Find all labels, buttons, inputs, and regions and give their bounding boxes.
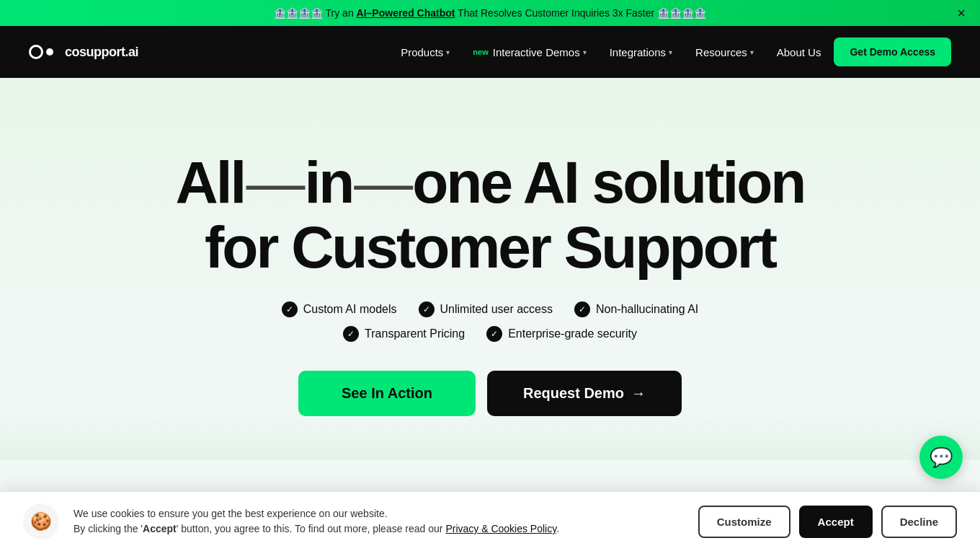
nav-products-link[interactable]: Products ▾ xyxy=(391,40,460,64)
hero-title-line2: for Customer Support xyxy=(205,214,775,280)
check-icon-5: ✓ xyxy=(486,326,502,342)
nav-resources-link[interactable]: Resources ▾ xyxy=(685,40,764,64)
cookie-line2-prefix: By clicking the ' xyxy=(74,523,143,534)
feature-custom-ai: ✓ Custom AI models xyxy=(282,301,397,317)
cookie-icon: 🍪 xyxy=(23,503,59,539)
request-demo-label: Request Demo xyxy=(523,385,624,402)
logo-circle-large xyxy=(29,45,43,59)
hero-title: All—in—one AI solution for Customer Supp… xyxy=(166,150,814,280)
banner-suffix: That Resolves Customer Inquiries 3x Fast… xyxy=(455,7,706,19)
customize-button[interactable]: Customize xyxy=(698,506,790,538)
demos-chevron-icon: ▾ xyxy=(583,48,587,56)
nav-integrations-label: Integrations xyxy=(610,46,666,58)
feature-security-label: Enterprise-grade security xyxy=(508,327,637,340)
feature-pricing-label: Transparent Pricing xyxy=(365,327,465,340)
cookie-line2-middle: ' button, you agree to this. To find out… xyxy=(177,523,446,534)
logo-icon xyxy=(29,42,58,62)
logo-support: support.ai xyxy=(79,45,138,59)
nav-products-label: Products xyxy=(401,46,443,58)
title-in: in xyxy=(304,149,352,215)
products-chevron-icon: ▾ xyxy=(446,48,450,56)
cookie-policy-link[interactable]: Privacy & Cookies Policy xyxy=(445,523,556,534)
top-banner: 🏦🏦🏦🏦 Try an AI–Powered Chatbot That Reso… xyxy=(0,0,980,26)
title-one: one AI solution xyxy=(412,149,804,215)
nav-about-label: About Us xyxy=(777,46,821,58)
features-row-2: ✓ Transparent Pricing ✓ Enterprise-grade… xyxy=(29,326,951,342)
nav-resources-label: Resources xyxy=(695,46,747,58)
hero-bottom-gradient xyxy=(0,416,980,459)
request-demo-button[interactable]: Request Demo → xyxy=(487,371,682,416)
nav-demos-label: Interactive Demos xyxy=(493,46,580,58)
cta-buttons: See In Action Request Demo → xyxy=(29,371,951,416)
resources-chevron-icon: ▾ xyxy=(750,48,754,56)
title-all: All xyxy=(176,149,245,215)
nav-item-products[interactable]: Products ▾ xyxy=(391,40,460,64)
logo-co: co xyxy=(65,45,79,59)
accept-button[interactable]: Accept xyxy=(799,506,873,538)
cookie-banner: 🍪 We use cookies to ensure you get the b… xyxy=(0,491,980,551)
check-icon-2: ✓ xyxy=(419,301,435,317)
feature-unlimited-label: Unlimited user access xyxy=(440,303,553,316)
banner-close-button[interactable]: × xyxy=(957,5,966,22)
feature-non-hallucinating: ✓ Non-hallucinating AI xyxy=(574,301,698,317)
title-dash1: — xyxy=(246,149,303,215)
cookie-accept-bold: Accept xyxy=(143,523,177,534)
nav-item-cta[interactable]: Get Demo Access xyxy=(834,38,951,66)
banner-link[interactable]: AI–Powered Chatbot xyxy=(357,7,455,19)
nav-integrations-link[interactable]: Integrations ▾ xyxy=(600,40,682,64)
nav-item-integrations[interactable]: Integrations ▾ xyxy=(600,40,682,64)
nav-about-link[interactable]: About Us xyxy=(767,40,832,64)
decline-button[interactable]: Decline xyxy=(881,506,957,538)
nav-item-resources[interactable]: Resources ▾ xyxy=(685,40,764,64)
cookie-text: We use cookies to ensure you get the bes… xyxy=(74,506,684,537)
nav-demos-link[interactable]: new Interactive Demos ▾ xyxy=(463,40,596,64)
chat-icon: 💬 xyxy=(930,446,953,469)
title-dash2: — xyxy=(354,149,411,215)
logo-circle-small xyxy=(46,48,53,56)
banner-text: 🏦🏦🏦🏦 Try an AI–Powered Chatbot That Reso… xyxy=(274,7,706,19)
hero-title-line1: All—in—one AI solution xyxy=(176,149,805,215)
nav-cta-link[interactable]: Get Demo Access xyxy=(834,38,951,66)
feature-pricing: ✓ Transparent Pricing xyxy=(343,326,465,342)
logo-text: cosupport.ai xyxy=(65,45,138,60)
cookie-actions: Customize Accept Decline xyxy=(698,506,957,538)
nav-cta-label: Get Demo Access xyxy=(850,46,935,58)
logo[interactable]: cosupport.ai xyxy=(29,42,138,62)
see-in-action-button[interactable]: See In Action xyxy=(298,371,476,416)
integrations-chevron-icon: ▾ xyxy=(669,48,672,56)
chat-bubble-button[interactable]: 💬 xyxy=(919,436,963,479)
request-demo-arrow-icon: → xyxy=(631,385,646,402)
new-badge: new xyxy=(473,48,488,56)
feature-non-hallucinating-label: Non-hallucinating AI xyxy=(596,303,698,316)
cookie-line2: By clicking the 'Accept' button, you agr… xyxy=(74,521,684,537)
feature-unlimited: ✓ Unlimited user access xyxy=(419,301,553,317)
navbar: cosupport.ai Products ▾ new Interactive … xyxy=(0,26,980,78)
cookie-line1: We use cookies to ensure you get the bes… xyxy=(74,506,684,521)
banner-prefix: 🏦🏦🏦🏦 Try an xyxy=(274,7,357,19)
nav-links: Products ▾ new Interactive Demos ▾ Integ… xyxy=(391,38,951,66)
cookie-line2-suffix: . xyxy=(556,523,559,534)
feature-custom-ai-label: Custom AI models xyxy=(303,303,397,316)
features-row-1: ✓ Custom AI models ✓ Unlimited user acce… xyxy=(29,301,951,317)
nav-item-about[interactable]: About Us xyxy=(767,40,832,64)
feature-security: ✓ Enterprise-grade security xyxy=(486,326,637,342)
check-icon-3: ✓ xyxy=(574,301,590,317)
hero-section: All—in—one AI solution for Customer Supp… xyxy=(0,78,980,459)
nav-item-demos[interactable]: new Interactive Demos ▾ xyxy=(463,40,596,64)
check-icon-1: ✓ xyxy=(282,301,298,317)
check-icon-4: ✓ xyxy=(343,326,359,342)
